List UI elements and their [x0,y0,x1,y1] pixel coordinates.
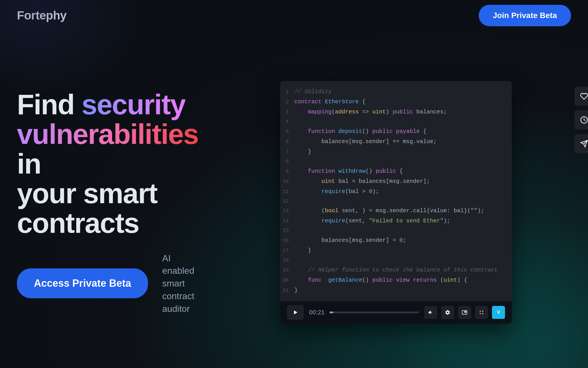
send-icon [580,140,588,148]
code-panel: 1 // Solidity 2 contract EtherStore { 3 … [280,81,512,301]
svg-marker-0 [294,310,297,314]
code-line-21: 21 } [280,285,512,295]
clock-icon [580,116,588,124]
code-line-15: 15 [280,226,512,235]
gear-icon [445,310,450,315]
code-line-12: 12 [280,197,512,206]
code-line-9: 9 function withdraw() public { [280,166,512,176]
heading-in: in [17,148,41,179]
like-button[interactable] [574,87,588,106]
heart-icon [580,92,588,100]
code-line-6: 6 balances[msg.sender] += msg.value; [280,137,512,147]
code-line-13: 13 (bool sent, ) = msg.sender.call{value… [280,206,512,216]
code-line-19: 19 // Helper function to check the balan… [280,265,512,275]
video-container: 1 // Solidity 2 contract EtherStore { 3 … [280,81,512,324]
code-line-7: 7 } [280,147,512,157]
code-line-2: 2 contract EtherStore { [280,97,512,107]
tagline: AI enabled smart contract auditor [162,252,198,315]
share-button[interactable] [574,134,588,153]
code-line-18: 18 [280,256,512,265]
heading-contracts: contracts [17,207,139,239]
volume-button[interactable] [424,306,437,319]
play-icon [293,310,298,315]
code-line-3: 3 mapping(address => uint) public balanc… [280,107,512,117]
video-controls: 00:21 [280,301,512,324]
fullscreen-icon [479,310,484,315]
code-line-4: 4 [280,117,512,126]
settings-button[interactable] [441,306,454,319]
join-private-beta-button[interactable]: Join Private Beta [479,5,571,26]
play-button[interactable] [287,305,304,320]
fullscreen-button[interactable] [475,306,488,319]
code-line-16: 16 balances[msg.sender] = 0; [280,235,512,246]
progress-fill [330,312,333,313]
left-content: Find security vulnerabilities in your sm… [17,90,198,315]
video-side-icons [574,87,588,153]
progress-bar[interactable] [330,312,419,313]
logo: Fortephy [17,9,67,22]
code-line-11: 11 require(bal > 0); [280,187,512,197]
access-private-beta-button[interactable]: Access Private Beta [17,268,148,298]
vimeo-logo: V [492,306,505,319]
code-line-8: 8 [280,157,512,166]
code-line-1: 1 // Solidity [280,87,512,97]
heading-vulnerabilities: vulnerabilities [17,118,198,150]
volume-icon [428,310,434,315]
pip-icon [462,310,467,315]
history-button[interactable] [574,110,588,130]
pip-button[interactable] [458,306,471,319]
heading-security: security [82,89,186,120]
code-line-14: 14 require(sent, "Failed to send Ether")… [280,216,512,226]
control-icons: V [424,306,505,319]
hero-heading: Find security vulnerabilities in your sm… [17,90,198,238]
time-display: 00:21 [309,309,325,316]
code-line-10: 10 uint bal = balances[msg.sender]; [280,176,512,187]
heading-your-smart: your smart [17,178,157,209]
header: Fortephy Join Private Beta [0,0,588,31]
heading-find: Find [17,89,82,120]
right-content: 1 // Solidity 2 contract EtherStore { 3 … [221,81,571,324]
cta-row: Access Private Beta AI enabled smart con… [17,252,198,315]
code-line-20: 20 func getBalance() public view returns… [280,275,512,285]
code-line-17: 17 } [280,246,512,256]
code-line-5: 5 function deposit() public payable { [280,126,512,137]
main-content: Find security vulnerabilities in your sm… [0,37,588,368]
